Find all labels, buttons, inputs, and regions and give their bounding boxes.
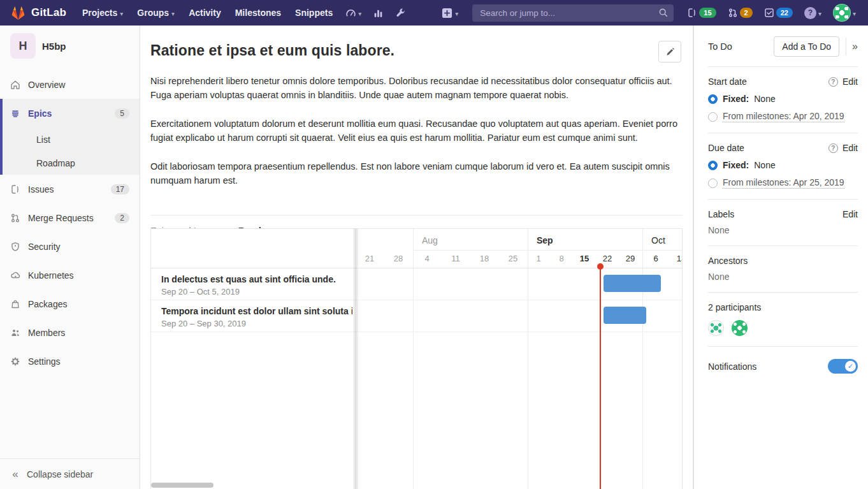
week-tick: 21 — [365, 254, 374, 263]
user-avatar — [833, 4, 851, 22]
sidebar-item-epics[interactable]: Epics 5 — [3, 99, 140, 128]
roadmap-epic-row: Tempora incidunt est dolor ullam sint so… — [151, 300, 682, 332]
chevron-down-icon — [853, 7, 856, 18]
chevron-down-icon — [455, 7, 458, 18]
roadmap-epic-title[interactable]: Tempora incidunt est dolor ullam sint so… — [161, 306, 352, 316]
search-box — [472, 4, 674, 22]
search-input[interactable] — [472, 8, 674, 18]
week-tick: 18 — [480, 254, 489, 263]
week-tick: 4 — [424, 254, 429, 263]
group-context[interactable]: H H5bp — [0, 26, 140, 68]
chevron-down-icon — [120, 8, 123, 18]
analytics-chart-icon[interactable] — [367, 8, 389, 18]
merge-requests-count-badge: 2 — [115, 213, 129, 223]
roadmap-epic-row: In delectus est quas aut sint officia un… — [151, 268, 682, 300]
edit-epic-button[interactable] — [658, 41, 681, 62]
package-bag-icon — [10, 299, 20, 309]
sidebar-item-overview[interactable]: Overview — [0, 70, 140, 99]
participant-avatar[interactable] — [708, 320, 724, 336]
labels-label: Labels — [708, 209, 734, 219]
week-tick-current: 15 — [580, 254, 589, 263]
gear-icon — [10, 356, 20, 367]
top-navbar: GitLab Projects Groups Activity Mileston… — [0, 0, 868, 26]
help-question-icon[interactable] — [828, 77, 838, 87]
main-menu: Projects Groups Activity Milestones Snip… — [75, 0, 340, 26]
chevron-down-icon — [818, 7, 821, 18]
roadmap-epic-dates: Sep 20 – Oct 5, 2019 — [161, 287, 352, 296]
todo-section: To Do Add a To Do — [708, 26, 858, 66]
right-sidebar: To Do Add a To Do Start date Edit Fixed:… — [693, 26, 868, 489]
todos-counter[interactable]: 22 — [758, 8, 799, 18]
help-menu[interactable] — [799, 7, 827, 19]
roadmap-epic-title[interactable]: In delectus est quas aut sint officia un… — [161, 274, 352, 284]
month-label: Oct — [643, 229, 683, 251]
week-tick: 1 — [536, 254, 540, 263]
sidebar-item-packages[interactable]: Packages — [0, 289, 140, 318]
sidebar-item-settings[interactable]: Settings — [0, 347, 140, 376]
group-name: H5bp — [42, 41, 66, 52]
horizontal-scrollbar-thumb[interactable] — [151, 483, 213, 488]
add-todo-button[interactable]: Add a To Do — [774, 36, 839, 57]
nav-activity[interactable]: Activity — [182, 0, 228, 26]
edit-labels-link[interactable]: Edit — [843, 209, 858, 219]
navbar-right: 15 2 22 — [435, 4, 862, 22]
participants-section: 2 participants — [708, 293, 858, 346]
edit-due-date-link[interactable]: Edit — [843, 143, 858, 153]
fixed-due-date-radio[interactable] — [708, 161, 718, 170]
collapse-sidebar-button[interactable]: Collapse sidebar — [0, 458, 140, 489]
user-menu[interactable] — [827, 4, 862, 22]
milestone-start-date-radio[interactable] — [708, 112, 718, 122]
cloud-gear-icon — [10, 270, 20, 281]
fixed-start-date-radio[interactable] — [708, 94, 718, 104]
description-paragraph: Nisi reprehenderit libero tenetur omnis … — [150, 74, 683, 102]
participant-avatar[interactable] — [732, 320, 748, 336]
milestone-due-date-radio[interactable] — [708, 179, 718, 188]
help-question-icon[interactable] — [828, 143, 838, 153]
roadmap-epic-bar[interactable] — [604, 275, 661, 292]
week-tick: 29 — [626, 254, 635, 263]
epic-title: Ratione et ipsa et eum quis labore. — [150, 42, 683, 59]
sidebar-item-members[interactable]: Members — [0, 318, 140, 347]
merge-requests-counter[interactable]: 2 — [722, 8, 758, 18]
members-icon — [10, 328, 20, 338]
labels-section: Labels Edit None — [708, 200, 858, 245]
edit-start-date-link[interactable]: Edit — [843, 77, 858, 87]
operations-dashboard-icon[interactable] — [340, 7, 367, 18]
sidebar-item-epics-list[interactable]: List — [3, 128, 140, 151]
week-tick: 6 — [653, 254, 658, 263]
epics-list-scrollbar[interactable] — [353, 229, 358, 489]
today-marker-line — [600, 268, 601, 489]
issues-counter[interactable]: 15 — [681, 8, 721, 18]
new-item-menu[interactable] — [435, 7, 465, 18]
participants-label: 2 participants — [708, 302, 761, 312]
description-paragraph: Odit laboriosam tempora praesentium repe… — [150, 159, 683, 187]
gitlab-brand-text[interactable]: GitLab — [31, 6, 66, 19]
gitlab-tanuki-logo-icon[interactable] — [10, 5, 26, 21]
shield-icon — [10, 242, 20, 252]
sidebar-item-kubernetes[interactable]: Kubernetes — [0, 261, 140, 289]
sidebar-item-security[interactable]: Security — [0, 232, 140, 261]
ancestors-label: Ancestors — [708, 256, 748, 266]
nav-milestones[interactable]: Milestones — [228, 0, 288, 26]
notifications-toggle[interactable] — [828, 359, 858, 374]
epic-description: Nisi reprehenderit libero tenetur omnis … — [150, 74, 683, 187]
sidebar-epics-group: Epics 5 List Roadmap — [0, 99, 140, 175]
todo-label: To Do — [708, 41, 732, 52]
nav-projects[interactable]: Projects — [75, 0, 130, 26]
roadmap-epic-bar[interactable] — [604, 307, 646, 324]
nav-snippets[interactable]: Snippets — [288, 0, 340, 26]
admin-wrench-icon[interactable] — [389, 8, 412, 18]
chevron-down-icon — [171, 8, 175, 18]
sidebar-item-issues[interactable]: Issues 17 — [0, 175, 140, 203]
sidebar-item-merge-requests[interactable]: Merge Requests 2 — [0, 203, 140, 232]
sidebar-item-epics-roadmap[interactable]: Roadmap — [3, 151, 140, 175]
search-icon — [658, 8, 669, 20]
week-tick: 25 — [509, 254, 517, 263]
week-tick: 22 — [603, 254, 612, 263]
collapse-right-sidebar-button[interactable] — [846, 38, 858, 55]
toggle-check-icon — [845, 361, 856, 372]
nav-groups[interactable]: Groups — [130, 0, 182, 26]
merge-request-icon — [10, 213, 20, 223]
week-tick: 28 — [394, 254, 403, 263]
left-sidebar: H H5bp Overview Epics 5 List Roadmap Iss… — [0, 26, 140, 489]
